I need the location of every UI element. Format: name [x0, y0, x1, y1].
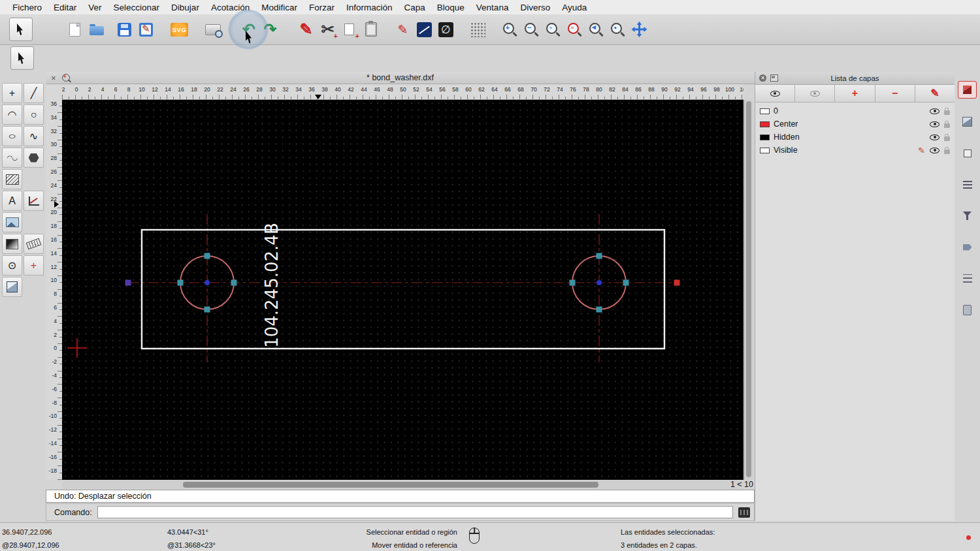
layer-row-hidden[interactable]: Hidden: [755, 131, 955, 144]
text-tool[interactable]: A: [2, 191, 22, 211]
layer-visibility-icon[interactable]: [930, 134, 939, 140]
menu-diverso[interactable]: Diverso: [514, 3, 556, 12]
zoom-pan-button[interactable]: [629, 18, 650, 41]
grip-handle-7[interactable]: [623, 280, 629, 286]
centerline-start-grip[interactable]: [125, 280, 131, 286]
layer-lock-icon[interactable]: [944, 150, 950, 154]
edit-entity-button[interactable]: [414, 18, 435, 41]
panel-3d-view[interactable]: [958, 81, 977, 99]
keyboard-toggle-button[interactable]: [738, 507, 750, 518]
grip-handle-4[interactable]: [204, 307, 210, 313]
panel-library-browser[interactable]: [958, 176, 976, 193]
menu-bloque[interactable]: Bloque: [431, 3, 470, 12]
attributes-button[interactable]: ✎: [392, 18, 414, 41]
snap-tool[interactable]: +: [24, 255, 44, 276]
grid-toggle-button[interactable]: [467, 18, 489, 41]
grip-handle-2[interactable]: [178, 280, 184, 286]
grip-handle-8[interactable]: [596, 307, 602, 313]
save-as-button[interactable]: [135, 18, 157, 41]
centerline-end-grip[interactable]: [674, 280, 680, 286]
dimension-tool[interactable]: [24, 191, 44, 211]
panel-pattern[interactable]: [958, 145, 976, 161]
remove-layer-button[interactable]: −: [875, 85, 915, 102]
zoom-previous-button[interactable]: ◂: [585, 18, 607, 41]
image-tool[interactable]: [2, 212, 22, 232]
open-file-button[interactable]: [86, 18, 107, 41]
copy-button[interactable]: +: [338, 18, 360, 41]
menu-editar[interactable]: Editar: [48, 3, 82, 12]
menu-seleccionar[interactable]: Seleccionar: [108, 3, 166, 12]
panel-filter[interactable]: [958, 208, 976, 224]
command-input[interactable]: [97, 506, 733, 518]
edit-layer-button[interactable]: ✎: [915, 85, 955, 102]
polygon-tool[interactable]: [24, 148, 44, 168]
grip-handle-5[interactable]: [596, 253, 602, 259]
zoom-window-button[interactable]: ▪: [607, 18, 629, 41]
menu-dibujar[interactable]: Dibujar: [165, 3, 205, 12]
menu-ayuda[interactable]: Ayuda: [556, 3, 593, 12]
grip-handle-3[interactable]: [231, 280, 237, 286]
point-tool[interactable]: +: [2, 83, 22, 103]
zoom-auto-button[interactable]: ▫: [542, 18, 564, 41]
center-grip-1[interactable]: [204, 280, 210, 285]
delete-entities-button[interactable]: ✎: [295, 18, 317, 41]
zoom-in-button[interactable]: +: [499, 18, 521, 41]
menu-capa[interactable]: Capa: [399, 3, 431, 12]
paste-button[interactable]: [360, 18, 382, 41]
layer-lock-icon[interactable]: [944, 110, 950, 115]
layer-visibility-icon[interactable]: [930, 148, 939, 153]
menu-modificar[interactable]: Modificar: [255, 3, 303, 12]
grip-handle-6[interactable]: [570, 280, 576, 286]
hide-all-layers-button[interactable]: [795, 85, 835, 102]
selection-pointer-tool[interactable]: [10, 46, 34, 70]
layer-lock-icon[interactable]: [944, 123, 950, 128]
layer-visibility-icon[interactable]: [930, 121, 939, 127]
properties-button[interactable]: ∅: [435, 18, 457, 41]
menu-ventana[interactable]: Ventana: [470, 3, 515, 12]
menu-ver[interactable]: Ver: [82, 3, 107, 12]
horizontal-scrollbar[interactable]: [62, 480, 745, 489]
panel-tag[interactable]: [958, 239, 976, 255]
undo-button[interactable]: ↶: [238, 18, 259, 41]
panel-clipboard[interactable]: [958, 302, 976, 318]
arc-tool[interactable]: ◠: [2, 104, 22, 125]
horizontal-scrollbar-thumb[interactable]: [183, 482, 598, 488]
select-tool-button[interactable]: [9, 18, 33, 41]
line-tool[interactable]: ╱: [24, 83, 44, 103]
vertical-scrollbar-thumb[interactable]: [746, 101, 751, 477]
save-button[interactable]: [114, 18, 135, 41]
hatch-tool[interactable]: [2, 169, 22, 189]
panel-block-list[interactable]: [958, 114, 976, 130]
vertical-scrollbar[interactable]: [744, 100, 753, 480]
gradient-tool[interactable]: [2, 234, 22, 254]
spline-tool[interactable]: ∿: [24, 126, 44, 146]
ruler-label: 30: [269, 86, 275, 93]
new-file-button[interactable]: [64, 18, 86, 41]
show-all-layers-button[interactable]: [755, 85, 795, 102]
menu-fichero[interactable]: Fichero: [7, 3, 48, 12]
layer-row-center[interactable]: Center: [755, 118, 955, 131]
zoom-region-button[interactable]: ▫: [564, 18, 585, 41]
cut-button[interactable]: ✂+: [317, 18, 338, 41]
zoom-out-button[interactable]: −: [521, 18, 542, 41]
print-preview-button[interactable]: [202, 18, 223, 41]
layer-row-visible[interactable]: Visible✎: [755, 144, 955, 157]
measure-tool[interactable]: [24, 234, 44, 254]
polyline-tool[interactable]: ◠◡: [2, 148, 22, 168]
circle-center-tool[interactable]: ⊙: [2, 255, 22, 276]
ellipse-tool[interactable]: ○: [2, 126, 22, 146]
menu-informacion[interactable]: Información: [340, 3, 399, 12]
layer-row-icons: [930, 121, 950, 128]
layer-row-0[interactable]: 0: [755, 104, 955, 118]
grip-handle-1[interactable]: [204, 253, 210, 259]
add-layer-button[interactable]: +: [835, 85, 875, 102]
panel-command-widget[interactable]: [958, 270, 976, 287]
center-grip-2[interactable]: [596, 280, 602, 285]
layer-lock-icon[interactable]: [944, 136, 950, 141]
drawing-canvas[interactable]: 104.245.02.4B: [62, 100, 743, 480]
layer-visibility-icon[interactable]: [930, 108, 939, 114]
menu-forzar[interactable]: Forzar: [303, 3, 340, 12]
circle-tool[interactable]: ○: [24, 104, 44, 125]
solid-tool[interactable]: [2, 277, 22, 297]
export-svg-button[interactable]: SVG: [169, 18, 190, 41]
